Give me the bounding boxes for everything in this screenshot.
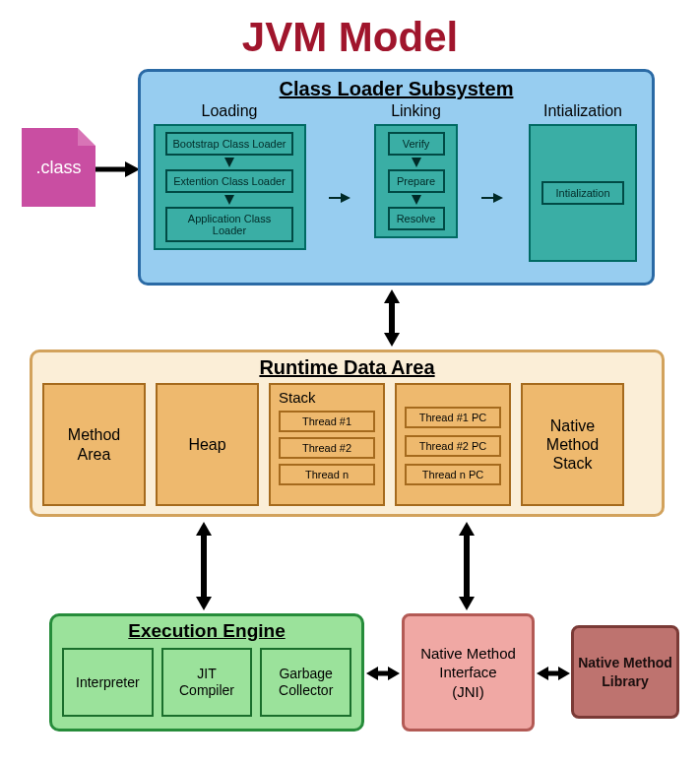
execution-engine-title: Execution Engine [62,620,351,642]
thread-2-box: Thread #2 [279,437,375,459]
native-method-library-box: Native Method Library [571,625,679,719]
arrow-loader-runtime [380,289,404,347]
interpreter-box: Interpreter [62,648,154,717]
extension-class-loader: Extention Class Loader [165,169,293,193]
arrow-linking-to-init [481,193,503,203]
prepare-box: Prepare [388,169,445,193]
resolve-box: Resolve [388,207,445,230]
heap-box: Heap [156,383,259,506]
jni-box: Native Method Interface (JNI) [402,613,535,732]
svg-marker-13 [388,667,400,680]
arrow-classfile-to-loader [95,159,140,179]
thread-n-pc-box: Thread n PC [405,464,501,485]
application-class-loader: Application Class Loader [165,207,293,242]
thread-2-pc-box: Thread #2 PC [405,435,501,457]
stack-label: Stack [279,389,375,406]
loading-label: Loading [202,102,258,120]
thread-n-box: Thread n [279,464,375,485]
svg-marker-10 [459,597,475,610]
initialization-group: Intialization [529,124,637,262]
linking-label: Linking [391,102,441,120]
pc-register-group: Thread #1 PC Thread #2 PC Thread n PC [395,383,511,506]
initialization-box: Intialization [541,181,624,205]
class-file-icon: .class [22,128,95,207]
thread-1-box: Thread #1 [279,411,375,432]
execution-engine: Execution Engine Interpreter JIT Compile… [49,613,364,732]
arrow-down-icon [412,195,421,205]
arrow-down-icon [412,158,421,167]
linking-group: Verify Prepare Resolve [374,124,458,238]
native-method-stack-box: Native Method Stack [521,383,624,506]
svg-marker-7 [196,597,212,610]
arrow-runtime-jni [455,522,478,610]
arrow-loading-to-linking [329,193,350,203]
verify-box: Verify [388,132,445,156]
arrow-runtime-execengine [192,522,216,610]
class-loader-title: Class Loader Subsystem [151,78,642,100]
arrow-execengine-jni [366,664,400,683]
svg-marker-4 [384,333,400,347]
arrow-down-icon [224,195,234,205]
svg-marker-16 [558,667,570,680]
bootstrap-class-loader: Bootstrap Class Loader [165,132,293,156]
arrow-jni-nml [537,664,570,683]
garbage-collector-box: Garbage Collector [260,648,351,717]
jit-compiler-box: JIT Compiler [161,648,253,717]
page-title: JVM Model [0,14,700,61]
stack-group: Stack Thread #1 Thread #2 Thread n [269,383,385,506]
runtime-data-area: Runtime Data Area Method Area Heap Stack… [30,350,665,517]
initialization-label: Intialization [543,102,622,120]
runtime-data-title: Runtime Data Area [42,356,652,379]
class-file-label: .class [35,158,81,178]
arrow-down-icon [224,158,234,167]
thread-1-pc-box: Thread #1 PC [405,407,501,428]
loading-group: Bootstrap Class Loader Extention Class L… [154,124,306,250]
class-loader-subsystem: Class Loader Subsystem Loading Bootstrap… [138,69,655,286]
method-area-box: Method Area [42,383,146,506]
